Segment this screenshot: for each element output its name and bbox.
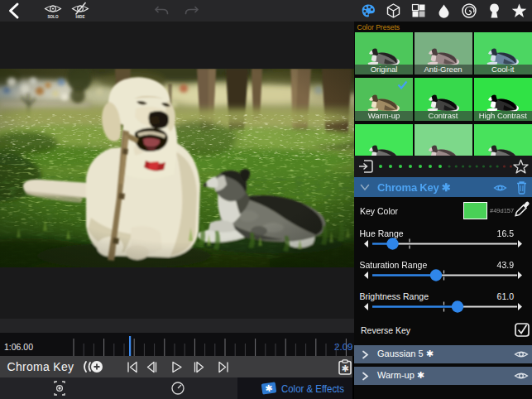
svg-text:Color & Effects: Color & Effects (281, 382, 344, 395)
svg-text:SOLO: SOLO (47, 15, 58, 19)
svg-text:✱: ✱ (265, 382, 274, 393)
svg-text:✱: ✱ (341, 363, 348, 373)
svg-text:HIDE: HIDE (76, 15, 85, 19)
